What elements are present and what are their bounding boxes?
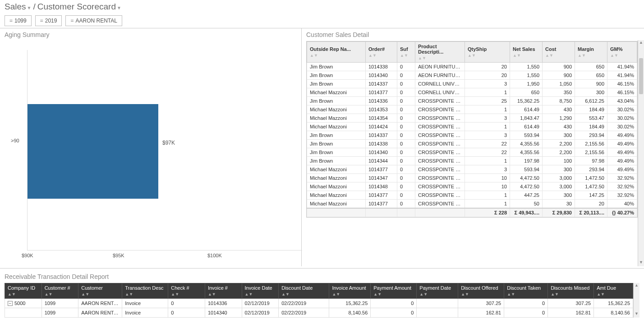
sales-column-header[interactable]: Product Descripti...▲▼ xyxy=(415,42,465,63)
receivable-report-title: Receivable Transaction Detail Report xyxy=(5,273,639,280)
scroll-up-icon[interactable]: ▲ xyxy=(638,40,644,46)
table-row[interactable]: Jim Brown10143370CROSSPOINTE DINI...3593… xyxy=(307,131,637,140)
sort-icon: ▲▼ xyxy=(578,54,604,58)
chart-value-label: $97K xyxy=(162,140,175,146)
collapse-icon[interactable]: − xyxy=(8,301,13,306)
aging-summary-title: Aging Summary xyxy=(5,31,297,38)
scroll-down-icon[interactable]: ▼ xyxy=(634,311,639,318)
sort-icon: ▲▼ xyxy=(545,54,572,58)
sales-column-header[interactable]: Margin▲▼ xyxy=(575,42,607,63)
table-row[interactable]: Michael Mazzoni10143470CROSSPOINTE DINI.… xyxy=(307,174,637,182)
table-row[interactable]: Jim Brown10143360CROSSPOINTE 3PA...2515,… xyxy=(307,97,637,105)
sort-icon: ▲▼ xyxy=(461,292,501,296)
sort-icon: ▲▼ xyxy=(332,292,368,296)
table-row[interactable]: Michael Mazzoni10143770CROSSPOINTE LEAF1… xyxy=(307,200,637,209)
receivable-column-header[interactable]: Discount Taken▲▼ xyxy=(504,283,548,299)
receivable-column-header[interactable]: Payment Amount▲▼ xyxy=(371,283,417,299)
sales-column-header[interactable]: Cost▲▼ xyxy=(543,42,575,63)
table-row[interactable]: Michael Mazzoni10143540CROSSPOINTE 3PA..… xyxy=(307,114,637,123)
table-row[interactable]: 1099AARON RENTALInvoice0101434002/12/201… xyxy=(5,308,633,318)
table-row[interactable]: Michael Mazzoni10143770CROSSPOINTE DINI.… xyxy=(307,165,637,174)
table-row[interactable]: Michael Mazzoni10144240CROSSPOINTE 3PA..… xyxy=(307,123,637,131)
caret-down-icon: ▼ xyxy=(117,5,121,10)
sort-icon: ▲▼ xyxy=(610,54,634,58)
breadcrumb-page[interactable]: Customer Scorecard▼ xyxy=(37,2,121,12)
receivable-column-header[interactable]: Discount Offered▲▼ xyxy=(458,283,504,299)
filter-year[interactable]: =2019 xyxy=(35,15,62,26)
chart-bar[interactable] xyxy=(28,104,158,199)
sort-icon: ▲▼ xyxy=(368,54,394,58)
table-row[interactable]: Jim Brown10143440CROSSPOINTE DINI...1197… xyxy=(307,157,637,165)
breadcrumb-root[interactable]: Sales▼ xyxy=(5,2,31,12)
sort-icon: ▲▼ xyxy=(419,292,455,296)
sort-icon: ▲▼ xyxy=(400,54,412,58)
sort-icon: ▲▼ xyxy=(373,292,414,296)
receivable-column-header[interactable]: Customer▲▼ xyxy=(78,283,122,299)
sales-column-header[interactable]: GM%▲▼ xyxy=(607,42,637,63)
sales-detail-scrollbar[interactable]: ▲ ▼ xyxy=(638,40,644,266)
receivable-column-header[interactable]: Discounts Missed▲▼ xyxy=(548,283,594,299)
table-row[interactable]: Michael Mazzoni10143480CROSSPOINTE DINI.… xyxy=(307,182,637,191)
receivable-column-header[interactable]: Amt Due▲▼ xyxy=(594,283,633,299)
sort-icon: ▲▼ xyxy=(45,292,76,296)
filter-customer-name[interactable]: =AARON RENTAL xyxy=(65,15,122,26)
sort-icon: ▲▼ xyxy=(208,292,239,296)
sort-icon: ▲▼ xyxy=(171,292,202,296)
filter-customer-number[interactable]: =1099 xyxy=(5,15,32,26)
sort-icon: ▲▼ xyxy=(125,292,165,296)
sort-icon: ▲▼ xyxy=(418,56,462,60)
table-row[interactable]: Jim Brown10143400CROSSPOINTE DINI...224,… xyxy=(307,148,637,157)
aging-summary-chart[interactable]: >90 $97K $90K $95K $100K xyxy=(5,41,297,262)
table-row[interactable]: Jim Brown10143380CROSSPOINTE DINI...224,… xyxy=(307,140,637,148)
sales-detail-title: Customer Sales Detail xyxy=(306,31,644,38)
receivable-column-header[interactable]: Invoice #▲▼ xyxy=(205,283,242,299)
sort-icon: ▲▼ xyxy=(81,292,119,296)
sort-icon: ▲▼ xyxy=(8,292,39,296)
receivable-column-header[interactable]: Invoice Amount▲▼ xyxy=(329,283,371,299)
scroll-up-icon[interactable]: ▲ xyxy=(634,283,639,289)
sort-icon: ▲▼ xyxy=(245,292,276,296)
receivable-column-header[interactable]: Discount Date▲▼ xyxy=(279,283,329,299)
table-row[interactable]: Michael Mazzoni10143770CROSSPOINTE DINI.… xyxy=(307,191,637,200)
scroll-down-icon[interactable]: ▼ xyxy=(638,260,644,266)
table-row[interactable]: Michael Mazzoni10143530CROSSPOINTE 3PA..… xyxy=(307,105,637,114)
filter-bar: =1099 =2019 =AARON RENTAL xyxy=(0,14,644,28)
sales-column-header[interactable]: Order#▲▼ xyxy=(366,42,397,63)
sales-column-header[interactable]: Net Sales▲▼ xyxy=(510,42,543,63)
sales-column-header[interactable]: Outside Rep Na...▲▼ xyxy=(307,42,366,63)
caret-down-icon: ▼ xyxy=(27,5,32,10)
receivable-transaction-table[interactable]: Company ID▲▼Customer #▲▼Customer▲▼Transa… xyxy=(5,283,633,318)
sort-icon: ▲▼ xyxy=(513,54,539,58)
sort-icon: ▲▼ xyxy=(597,292,630,296)
table-row[interactable]: Michael Mazzoni10143770CORNELL UNIVERSI.… xyxy=(307,88,637,97)
receivable-column-header[interactable]: Company ID▲▼ xyxy=(5,283,42,299)
receivable-column-header[interactable]: Invoice Date▲▼ xyxy=(242,283,279,299)
sales-column-header[interactable]: QtyShip▲▼ xyxy=(465,42,510,63)
sort-icon: ▲▼ xyxy=(551,292,591,296)
table-row[interactable]: Jim Brown10143400AEON FURNITURE ...201,5… xyxy=(307,71,637,80)
chart-category-label: >90 xyxy=(11,138,19,143)
receivable-column-header[interactable]: Customer #▲▼ xyxy=(41,283,78,299)
table-row[interactable]: Jim Brown10143370CORNELL UNIVERSI..31,95… xyxy=(307,80,637,88)
scroll-thumb[interactable] xyxy=(639,58,643,94)
table-row[interactable]: −50001099AARON RENTALInvoice0101433602/1… xyxy=(5,299,633,308)
receivable-column-header[interactable]: Payment Date▲▼ xyxy=(417,283,458,299)
receivable-column-header[interactable]: Check #▲▼ xyxy=(168,283,205,299)
sort-icon: ▲▼ xyxy=(310,54,363,58)
sort-icon: ▲▼ xyxy=(507,292,545,296)
table-row[interactable]: Jim Brown10143380AEON FURNITURE ...201,5… xyxy=(307,63,637,71)
sort-icon: ▲▼ xyxy=(468,54,507,58)
sort-icon: ▲▼ xyxy=(281,292,326,296)
breadcrumb: Sales▼ / Customer Scorecard▼ xyxy=(0,0,644,14)
customer-sales-detail-table[interactable]: Outside Rep Na...▲▼Order#▲▼Suf▲▼Product … xyxy=(307,41,637,217)
receivable-column-header[interactable]: Transaction Desc▲▼ xyxy=(122,283,168,299)
sales-column-header[interactable]: Suf▲▼ xyxy=(397,42,415,63)
receivable-scrollbar[interactable]: ▲ ▼ xyxy=(633,283,639,318)
